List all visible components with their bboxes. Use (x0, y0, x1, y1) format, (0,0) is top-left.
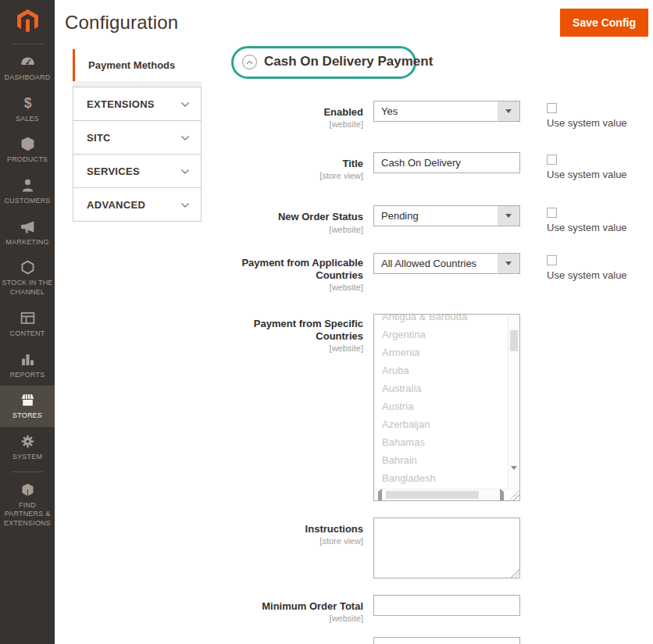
triangle-down-icon (505, 109, 512, 113)
use-system-value-title: Use system value (547, 152, 648, 180)
field-control-payment-from-applicable-countries: All Allowed Countries (373, 253, 520, 274)
sidebar-item-label: REPORTS (10, 371, 45, 380)
country-option[interactable]: Austria (374, 397, 508, 415)
sidebar-item-system[interactable]: SYSTEM (0, 427, 55, 468)
use-system-checkbox[interactable] (547, 208, 557, 218)
title-input[interactable] (373, 152, 520, 173)
sidebar-item-label: CONTENT (10, 329, 45, 339)
find-partners-icon (20, 482, 36, 498)
sidebar-item-label: PRODUCTS (7, 155, 48, 165)
horizontal-scrollbar[interactable] (374, 489, 508, 500)
country-option[interactable]: Argentina (374, 326, 508, 343)
use-system-checkbox[interactable] (547, 155, 557, 165)
field-scope: [website] (55, 224, 363, 236)
use-system-checkbox[interactable] (547, 255, 557, 265)
field-label-new-order-status: New Order Status[website] (55, 205, 373, 236)
sidebar-divider (12, 44, 43, 44)
enabled-select[interactable]: Yes (373, 101, 520, 122)
sidebar-item-reports[interactable]: REPORTS (0, 345, 55, 386)
use-system-value-payment-from-applicable-countries: Use system value (547, 253, 648, 281)
country-option[interactable]: Bahamas (374, 433, 508, 451)
sidebar-item-label: STOCK IN THE CHANNEL (2, 279, 53, 297)
horizontal-scroll-thumb[interactable] (386, 491, 479, 499)
field-control-title (373, 152, 520, 173)
select-value: Pending (381, 210, 419, 222)
field-control-payment-from-specific-countries: Antigua & BarbudaArgentinaArmeniaArubaAu… (373, 314, 520, 501)
use-system-label[interactable]: Use system value (547, 117, 648, 129)
sidebar-item-stores[interactable]: STORES (0, 386, 55, 427)
field-control-minimum-order-total (373, 595, 520, 616)
select-value: All Allowed Countries (381, 258, 476, 269)
vertical-scrollbar[interactable] (508, 315, 519, 489)
country-option[interactable]: Armenia (374, 343, 508, 361)
payment-from-specific-countries-multiselect[interactable]: Antigua & BarbudaArgentinaArmeniaArubaAu… (373, 314, 520, 501)
use-system-checkbox[interactable] (547, 103, 557, 113)
minimum-order-total-input[interactable] (373, 595, 520, 616)
maximum-order-total-input[interactable] (373, 637, 520, 644)
vertical-scroll-thumb[interactable] (510, 330, 518, 351)
magento-logo-icon (15, 8, 41, 34)
magento-logo[interactable] (0, 0, 55, 41)
sidebar-item-label: MARKETING (5, 238, 48, 247)
sidebar-item-find-partners[interactable]: FIND PARTNERS & EXTENSIONS (0, 475, 55, 535)
field-scope: [website] (55, 343, 363, 354)
cod-form: Cash On Delivery Payment Enabled[website… (55, 45, 653, 644)
reports-icon (20, 351, 36, 368)
field-control-new-order-status: Pending (373, 205, 520, 226)
field-label-text: Enabled (323, 106, 363, 119)
select-arrow-icon[interactable] (498, 101, 519, 121)
country-option[interactable]: Azerbaijan (374, 415, 508, 433)
sidebar-item-label: FIND PARTNERS & EXTENSIONS (2, 501, 53, 528)
content-area: Payment Methods EXTENSIONSSITCSERVICESAD… (55, 45, 653, 644)
field-row-title: Title[store view]Use system value (55, 152, 653, 183)
sidebar-item-sales[interactable]: $SALES (0, 89, 55, 130)
payment-from-applicable-countries-select[interactable]: All Allowed Countries (373, 253, 520, 274)
select-arrow-icon[interactable] (498, 254, 519, 273)
content-icon (20, 310, 36, 326)
scroll-left-icon[interactable] (378, 492, 382, 501)
field-label-maximum-order-total: Maximum Order Total[website] (55, 637, 373, 644)
use-system-label[interactable]: Use system value (547, 169, 648, 180)
field-scope: [store view] (55, 535, 363, 547)
field-scope: [store view] (55, 170, 363, 182)
svg-text:$: $ (23, 95, 31, 111)
use-system-value-enabled: Use system value (547, 101, 648, 129)
country-option[interactable]: Aruba (374, 361, 508, 379)
sidebar-item-marketing[interactable]: MARKETING (0, 212, 55, 254)
sidebar-item-label: SYSTEM (12, 453, 42, 462)
field-row-maximum-order-total: Maximum Order Total[website] (55, 637, 653, 644)
sidebar-item-label: STORES (12, 411, 42, 421)
sidebar-item-content[interactable]: CONTENT (0, 304, 55, 345)
country-options: Antigua & BarbudaArgentinaArmeniaArubaAu… (374, 315, 508, 489)
triangle-down-icon (505, 262, 512, 265)
use-system-label[interactable]: Use system value (547, 222, 648, 233)
resize-grip-icon[interactable] (510, 568, 519, 578)
field-row-payment-from-applicable-countries: Payment from Applicable Countries[websit… (55, 253, 653, 294)
field-label-minimum-order-total: Minimum Order Total[website] (55, 595, 373, 625)
scroll-down-icon[interactable] (511, 470, 517, 484)
select-arrow-icon[interactable] (498, 206, 519, 226)
scroll-right-icon[interactable] (500, 492, 504, 501)
products-icon (20, 136, 36, 152)
country-option[interactable]: Bangladesh (374, 469, 508, 487)
field-control-maximum-order-total (373, 637, 520, 644)
sidebar-item-customers[interactable]: CUSTOMERS (0, 171, 55, 212)
country-option[interactable]: Australia (374, 379, 508, 397)
collapse-section-icon[interactable] (242, 55, 257, 69)
instructions-textarea[interactable] (373, 518, 520, 578)
country-option[interactable]: Antigua & Barbuda (374, 315, 508, 326)
field-scope: [website] (55, 613, 363, 624)
page-title: Configuration (65, 12, 178, 34)
sidebar-item-products[interactable]: PRODUCTS (0, 130, 55, 171)
field-row-instructions: Instructions[store view] (55, 518, 653, 578)
use-system-label[interactable]: Use system value (547, 269, 648, 281)
sidebar-item-dashboard[interactable]: DASHBOARD (0, 48, 55, 89)
field-label-text: Payment from Specific Countries (240, 318, 363, 343)
new-order-status-select[interactable]: Pending (373, 205, 520, 226)
save-config-button[interactable]: Save Config (560, 9, 648, 37)
field-scope: [website] (55, 119, 363, 130)
sidebar-item-stock-in-the-channel[interactable]: STOCK IN THE CHANNEL (0, 253, 55, 303)
field-row-enabled: Enabled[website]YesUse system value (55, 101, 653, 131)
resize-grip-icon[interactable] (508, 489, 519, 500)
country-option[interactable]: Bahrain (374, 451, 508, 469)
